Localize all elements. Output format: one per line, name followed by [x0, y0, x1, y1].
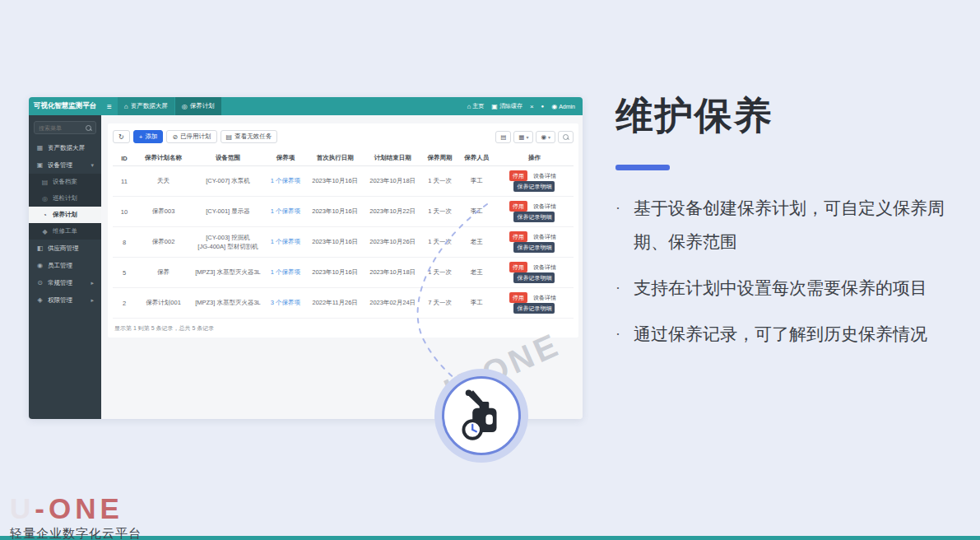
device-detail-button[interactable]: 设备详情	[530, 262, 560, 272]
menu-item-icon: ◆	[41, 228, 49, 235]
app-title: 可视化智慧监测平台	[29, 101, 101, 111]
bullet-dot-icon: ·	[615, 318, 624, 351]
menu-item-label: 权限管理	[48, 296, 72, 305]
chevron-icon: ▾	[91, 162, 94, 169]
cell-device-scope: [CY-007] 水泵机	[191, 166, 265, 197]
sidebar-item-供应商管理[interactable]: ◧供应商管理	[29, 240, 101, 257]
feature-title: 维护保养	[615, 91, 961, 142]
column-header: 首次执行日期	[306, 151, 364, 166]
refresh-button[interactable]: ↻	[113, 130, 130, 143]
cell-end-date: 2023年10月18日	[364, 166, 421, 197]
device-scope: [CY-003] 挖掘机	[193, 233, 263, 242]
bell-icon[interactable]: ●	[541, 104, 545, 109]
cell-id: 5	[113, 258, 136, 288]
disabled-plans-label: 已停用计划	[180, 133, 211, 141]
sidebar-item-设备档案[interactable]: ▤设备档案	[29, 174, 101, 190]
record-detail-button[interactable]: 保养记录明细	[513, 272, 555, 283]
list-icon: ▤	[226, 133, 233, 141]
table-search-button[interactable]	[558, 131, 574, 143]
fullscreen-icon[interactable]: ×	[530, 103, 534, 110]
items-link[interactable]: 1 个保养项	[271, 207, 300, 215]
cell-person: 老王	[458, 258, 495, 288]
cell-cycle: 1 天一次	[421, 197, 458, 227]
maintenance-plan-table: ID保养计划名称设备范围保养项首次执行日期计划结束日期保养周期保养人员操作 11…	[113, 151, 574, 319]
menu-item-label: 保养计划	[53, 211, 77, 219]
chevron-down-icon: ▾	[526, 134, 528, 140]
cell-cycle: 7 天一次	[421, 288, 458, 319]
add-button[interactable]: + 添加	[133, 130, 164, 143]
device-detail-button[interactable]: 设备详情	[530, 292, 560, 303]
sidebar-item-员工管理[interactable]: ◉员工管理	[29, 257, 101, 274]
pagination-info: 显示第 1 到第 5 条记录，总共 5 条记录	[113, 324, 574, 333]
device-scope: [MPZ3] 水基型灭火器3L	[193, 298, 263, 307]
sidebar-item-设备管理[interactable]: ▣设备管理▾	[29, 156, 101, 174]
user-menu[interactable]: ◉ Admin	[551, 103, 575, 110]
sidebar-item-权限管理[interactable]: ◈权限管理▸	[29, 291, 101, 309]
menu-item-icon: ◧	[36, 244, 44, 252]
items-link[interactable]: 3 个保养项	[271, 299, 300, 306]
header-right: ⌂ 主页 ▣ 清除缓存 × ● ◉ Admin	[467, 102, 583, 110]
stop-button[interactable]: 停用	[509, 292, 527, 303]
user-avatar-icon: ◉	[551, 103, 557, 110]
device-detail-button[interactable]: 设备详情	[530, 201, 560, 212]
bullet-text: 基于设备创建保养计划，可自定义保养周期、保养范围	[634, 192, 961, 259]
record-detail-button[interactable]: 保养记录明细	[513, 242, 555, 253]
cell-plan-name: 保养002	[136, 227, 191, 258]
column-header: 保养项	[265, 151, 306, 166]
clear-cache-link[interactable]: ▣ 清除缓存	[491, 102, 523, 110]
sidebar-search[interactable]	[34, 121, 96, 134]
toggle-view-button[interactable]: ▤	[495, 131, 511, 143]
sidebar-item-常规管理[interactable]: ⊙常规管理▸	[29, 274, 101, 291]
cell-id: 8	[113, 227, 136, 258]
brand-logo: U-ONE	[10, 494, 142, 523]
sidebar-item-巡检计划[interactable]: ◎巡检计划	[29, 190, 101, 207]
search-icon	[86, 125, 91, 131]
device-detail-button[interactable]: 设备详情	[530, 231, 560, 242]
app-header: 可视化智慧监测平台 ≡ ⌂资产数据大屏◎保养计划 ⌂ 主页 ▣ 清除缓存 × ●…	[29, 97, 583, 115]
items-link[interactable]: 1 个保养项	[271, 238, 300, 245]
cell-actions: 停用设备详情保养记录明细	[495, 288, 574, 319]
menu-item-label: 设备档案	[53, 178, 77, 186]
sidebar-menu: ▦资产数据大屏▣设备管理▾▤设备档案◎巡检计划◔保养计划◆维修工单◧供应商管理◉…	[29, 139, 101, 309]
brand-logo-one: -ONE	[35, 492, 123, 524]
record-detail-button[interactable]: 保养记录明细	[513, 181, 555, 192]
home-link[interactable]: ⌂ 主页	[467, 102, 484, 110]
sidebar-item-保养计划[interactable]: ◔保养计划	[29, 207, 101, 223]
cell-items: 1 个保养项	[265, 258, 306, 288]
sidebar-search-input[interactable]	[39, 125, 86, 131]
cell-plan-name: 天天	[136, 166, 191, 197]
export-button[interactable]: ◉ ▾	[536, 131, 555, 143]
stop-button[interactable]: 停用	[509, 201, 527, 212]
sidebar-item-资产数据大屏[interactable]: ▦资产数据大屏	[29, 139, 101, 156]
search-icon	[563, 134, 569, 140]
disabled-plans-button[interactable]: ⊘ 已停用计划	[166, 130, 216, 143]
record-detail-button[interactable]: 保养记录明细	[513, 212, 555, 222]
menu-item-label: 常规管理	[48, 279, 72, 287]
cell-first-date: 2023年10月16日	[306, 227, 364, 258]
maintenance-badge	[442, 376, 521, 455]
device-detail-button[interactable]: 设备详情	[530, 170, 560, 181]
menu-item-icon: ⊙	[36, 279, 44, 286]
record-detail-button[interactable]: 保养记录明细	[513, 303, 555, 314]
chevron-icon: ▸	[91, 280, 94, 286]
table-row: 11天天[CY-007] 水泵机1 个保养项2023年10月16日2023年10…	[113, 166, 574, 197]
cell-plan-name: 保养计划001	[136, 288, 191, 319]
sidebar-item-维修工单[interactable]: ◆维修工单	[29, 223, 101, 240]
cache-icon: ▣	[491, 103, 498, 110]
tab-0[interactable]: ⌂资产数据大屏	[118, 97, 174, 115]
tab-label: 资产数据大屏	[131, 102, 168, 110]
invalid-tasks-button[interactable]: ▤ 查看无效任务	[221, 130, 278, 143]
cell-person: 李工	[458, 166, 495, 197]
columns-button[interactable]: ▦ ▾	[513, 131, 533, 143]
table-row: 10保养003[CY-001] 显示器1 个保养项2023年10月16日2023…	[113, 197, 574, 227]
tab-1[interactable]: ◎保养计划	[175, 97, 221, 115]
cell-device-scope: [CY-003] 挖掘机[JG-400A] 型材切割机	[191, 227, 265, 258]
username: Admin	[559, 104, 575, 109]
items-link[interactable]: 1 个保养项	[271, 268, 300, 276]
stop-button[interactable]: 停用	[509, 262, 527, 272]
stop-button[interactable]: 停用	[509, 231, 527, 242]
stop-button[interactable]: 停用	[509, 170, 527, 181]
menu-toggle-icon[interactable]: ≡	[101, 102, 118, 111]
items-link[interactable]: 1 个保养项	[271, 177, 300, 184]
table-header-row: ID保养计划名称设备范围保养项首次执行日期计划结束日期保养周期保养人员操作	[113, 151, 574, 166]
